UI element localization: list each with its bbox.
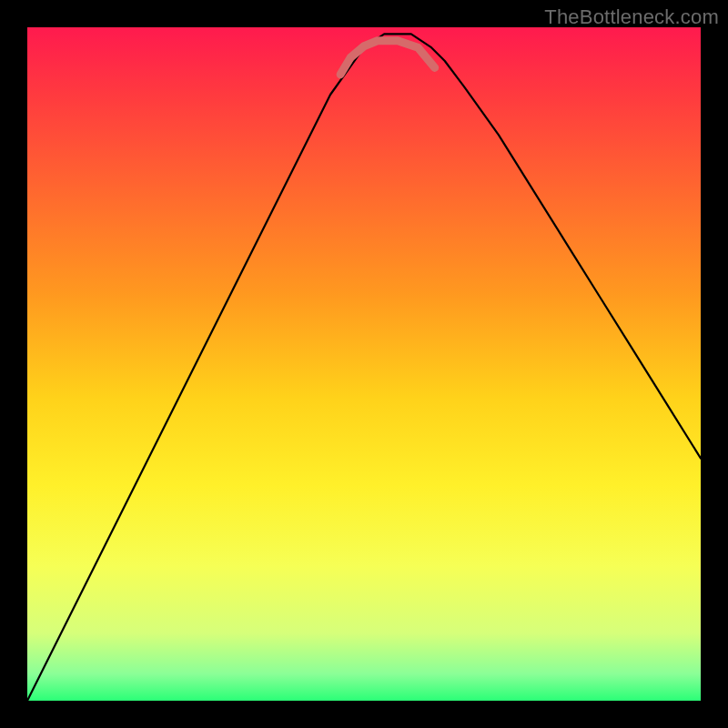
curve-layer (27, 27, 701, 701)
watermark-text: TheBottleneck.com (544, 5, 719, 29)
plot-area (27, 27, 701, 701)
bottom-highlight (340, 41, 435, 75)
bottleneck-curve (27, 34, 701, 701)
chart-frame: TheBottleneck.com (0, 0, 728, 728)
